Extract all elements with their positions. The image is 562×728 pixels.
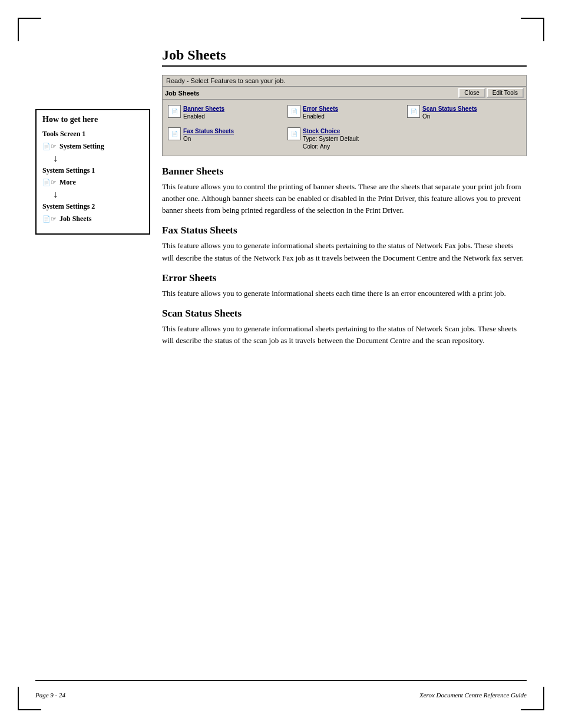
corner-mark-bl-h	[18, 709, 41, 710]
ui-grid-row2: 📄 Fax Status Sheets On 📄 Stock Choice Ty…	[163, 126, 526, 156]
stock-choice-text: Stock Choice Type: System Default Color:…	[303, 127, 359, 150]
corner-mark-tl-v	[18, 18, 19, 41]
page-title: Job Sheets	[162, 47, 527, 67]
banner-sheets-desc: This feature allows you to control the p…	[162, 181, 527, 216]
doc-icon-1: 📄☞	[42, 143, 57, 150]
fax-status-sheets-item: 📄 Fax Status Sheets On	[166, 126, 283, 152]
error-sheets-value: Enabled	[303, 113, 338, 120]
arrow-1: ↓	[42, 154, 143, 163]
edit-tools-button[interactable]: Edit Tools	[487, 88, 524, 98]
arrow-down-1: ↓	[53, 154, 143, 163]
corner-mark-tr-v	[543, 18, 544, 41]
main-content: Job Sheets Ready - Select Features to sc…	[162, 47, 527, 669]
banner-sheets-text: Banner Sheets Enabled	[183, 105, 224, 120]
ui-screenshot: Ready - Select Features to scan your job…	[162, 75, 527, 156]
stock-choice-type: Type: System Default	[303, 135, 359, 143]
error-sheets-icon: 📄	[287, 105, 300, 118]
banner-sheets-value: Enabled	[183, 113, 224, 120]
fax-status-text: Fax Status Sheets On	[183, 127, 234, 143]
doc-icon-3: 📄☞	[42, 215, 57, 222]
stock-choice-color: Color: Any	[303, 143, 359, 150]
corner-mark-br-v	[543, 687, 544, 710]
step-more-label: More	[59, 178, 76, 186]
scan-status-icon: 📄	[407, 105, 420, 118]
step-job-sheets-label: Job Sheets	[59, 215, 91, 223]
content-area: How to get here Tools Screen 1 📄☞ System…	[35, 47, 527, 669]
ui-toolbar-label: Job Sheets	[165, 90, 200, 97]
scan-status-sheets-item: 📄 Scan Status Sheets On	[405, 103, 523, 122]
ui-grid-row1: 📄 Banner Sheets Enabled 📄 Error Sheets E…	[163, 100, 526, 126]
corner-mark-tl-h	[18, 18, 41, 19]
fax-status-sheets-desc: This feature allows you to generate info…	[162, 240, 527, 263]
ui-toolbar: Job Sheets Close Edit Tools	[163, 87, 526, 100]
step-tools-screen: Tools Screen 1	[42, 129, 143, 139]
scan-status-text: Scan Status Sheets On	[422, 105, 477, 120]
banner-sheets-icon: 📄	[168, 105, 181, 118]
footer: Page 9 - 24 Xerox Document Centre Refere…	[35, 691, 527, 699]
how-to-title: How to get here	[42, 115, 143, 124]
how-to-box: How to get here Tools Screen 1 📄☞ System…	[35, 109, 150, 235]
stock-choice-icon: 📄	[287, 127, 300, 140]
close-button[interactable]: Close	[458, 88, 485, 98]
stock-choice-item: 📄 Stock Choice Type: System Default Colo…	[286, 126, 403, 152]
arrow-down-2: ↓	[53, 190, 143, 199]
banner-sheets-heading: Banner Sheets	[162, 166, 527, 177]
arrow-2: ↓	[42, 190, 143, 199]
step-tools-screen-label: Tools Screen 1	[42, 130, 85, 138]
corner-mark-tr-h	[521, 18, 544, 19]
sidebar: How to get here Tools Screen 1 📄☞ System…	[35, 109, 150, 669]
banner-sheets-title: Banner Sheets	[183, 105, 224, 113]
corner-mark-br-h	[521, 709, 544, 710]
doc-icon-2: 📄☞	[42, 179, 57, 186]
error-sheets-item: 📄 Error Sheets Enabled	[286, 103, 403, 122]
footer-page-number: Page 9 - 24	[35, 691, 65, 699]
error-sheets-heading: Error Sheets	[162, 272, 527, 284]
step-job-sheets: 📄☞ Job Sheets	[42, 214, 143, 224]
fax-status-icon: 📄	[168, 127, 181, 140]
footer-guide-title: Xerox Document Centre Reference Guide	[419, 691, 527, 699]
fax-status-title: Fax Status Sheets	[183, 127, 234, 135]
step-system-setting-label: System Setting	[59, 142, 104, 150]
step-system-settings-2: System Settings 2	[42, 202, 143, 212]
ui-title-bar: Ready - Select Features to scan your job…	[163, 75, 526, 87]
footer-divider	[35, 680, 527, 681]
empty-slot	[405, 126, 523, 152]
step-system-setting: 📄☞ System Setting	[42, 141, 143, 151]
fax-status-value: On	[183, 135, 234, 143]
corner-mark-bl-v	[18, 687, 19, 710]
fax-status-sheets-heading: Fax Status Sheets	[162, 225, 527, 236]
error-sheets-desc: This feature allows you to generate info…	[162, 288, 527, 299]
step-more: 📄☞ More	[42, 177, 143, 187]
scan-status-sheets-heading: Scan Status Sheets	[162, 308, 527, 319]
step-system-settings-1-label: System Settings 1	[42, 166, 95, 174]
error-sheets-text: Error Sheets Enabled	[303, 105, 338, 120]
ui-toolbar-buttons: Close Edit Tools	[458, 88, 524, 98]
scan-status-value: On	[422, 113, 477, 120]
step-system-settings-2-label: System Settings 2	[42, 202, 95, 210]
banner-sheets-item: 📄 Banner Sheets Enabled	[166, 103, 283, 122]
step-system-settings-1: System Settings 1	[42, 166, 143, 176]
error-sheets-title: Error Sheets	[303, 105, 338, 113]
stock-choice-title: Stock Choice	[303, 127, 359, 135]
scan-status-sheets-desc: This feature allows you to generate info…	[162, 323, 527, 347]
scan-status-title: Scan Status Sheets	[422, 105, 477, 113]
